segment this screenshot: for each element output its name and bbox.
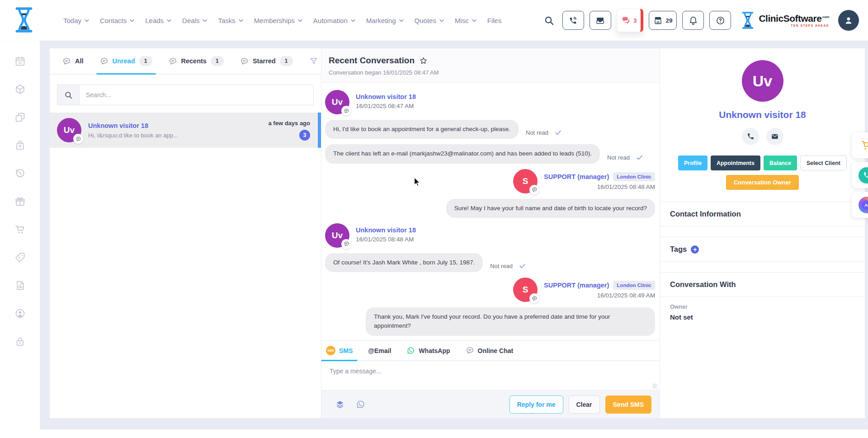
phone-calls-button[interactable] [562, 11, 584, 30]
channel-sms[interactable]: SMSSMS [326, 341, 353, 360]
bubble-row: Sure! May I have your full name and date… [325, 199, 655, 218]
chat-button[interactable]: 3 [617, 9, 644, 32]
help-icon [716, 16, 725, 25]
select-client-button[interactable]: Select Client [800, 155, 847, 170]
message-input[interactable] [329, 367, 654, 386]
ai-widget-button[interactable]: AI [852, 192, 868, 218]
history-icon[interactable] [14, 168, 26, 179]
nav-item-contacts[interactable]: Contacts [100, 17, 134, 24]
call-contact-button[interactable] [742, 128, 759, 145]
chevron-down-icon [351, 19, 355, 22]
nav-item-memberships[interactable]: Memberships [254, 17, 302, 24]
reply-for-me-button[interactable]: Reply for me [509, 396, 563, 414]
tag-icon[interactable]: $ [14, 252, 26, 263]
call-widget-button[interactable] [852, 162, 868, 188]
nav-item-files[interactable]: Files [487, 17, 502, 24]
notifications-button[interactable] [682, 11, 704, 30]
tab-all[interactable]: All [62, 48, 84, 74]
message-bubble: Sure! May I have your full name and date… [446, 199, 655, 218]
channel-label: SMS [339, 347, 353, 354]
brand-logo[interactable]: ClinicSoftware.com TEN STEPS AHEAD [740, 10, 829, 30]
svg-text:12: 12 [18, 61, 22, 65]
chat-panel: Recent Conversation Conversation began 1… [321, 48, 660, 418]
add-tag-button[interactable]: + [691, 245, 699, 254]
avatar: Uv [325, 90, 349, 114]
filter-icon[interactable] [309, 57, 318, 66]
channel-online-chat[interactable]: Online Chat [466, 341, 514, 360]
user-avatar[interactable] [838, 10, 859, 31]
clinic-software-app: TodayContactsLeadsDealsTasksMembershipsA… [0, 0, 868, 438]
bag-icon[interactable] [14, 140, 26, 151]
message-header: UvUnknown visitor 1816/01/2025 08:47 AM [325, 90, 655, 114]
hourglass-logo-icon[interactable] [13, 6, 35, 33]
gift-icon[interactable] [14, 196, 26, 207]
clear-button[interactable]: Clear [569, 396, 600, 414]
sender-name[interactable]: SUPPORT (manager) [544, 282, 609, 289]
compose-actions: Reply for meClearSend SMS [509, 396, 651, 414]
message-bubble: The client has left an e-mail (markjashw… [325, 144, 600, 163]
profile-button[interactable]: Profile [678, 155, 708, 170]
send-sms-button[interactable]: Send SMS [605, 396, 651, 414]
nav-item-marketing[interactable]: Marketing [366, 17, 404, 24]
sender-name[interactable]: Unknown visitor 18 [356, 93, 416, 100]
resize-handle[interactable] [652, 384, 657, 389]
avatar: S [513, 278, 538, 302]
lock-icon[interactable] [14, 336, 26, 347]
contact-name[interactable]: Unknown visitor 18 [667, 109, 858, 120]
store-button[interactable]: 29 [649, 11, 677, 30]
sender-name[interactable]: SUPPORT (manager) [544, 173, 609, 180]
channel-whatsapp[interactable]: WhatsApp [406, 341, 450, 360]
templates-icon[interactable] [335, 400, 345, 410]
search-input[interactable] [79, 85, 314, 105]
inbox-button[interactable] [590, 11, 611, 30]
message-group: SSUPPORT (manager)London Clinic16/01/202… [325, 278, 655, 336]
chat-bubbles-icon [621, 16, 631, 25]
cart-icon[interactable] [14, 224, 26, 235]
bell-icon [689, 16, 698, 25]
balance-button[interactable]: Balance [764, 155, 797, 170]
envelope-icon [771, 132, 779, 141]
account-icon[interactable] [14, 308, 26, 319]
nav-item-today[interactable]: Today [63, 17, 89, 24]
tab-starred[interactable]: Starred1 [240, 48, 293, 74]
calendar-icon[interactable]: 12 [14, 56, 26, 67]
email-contact-button[interactable] [766, 128, 783, 145]
nav-item-quotes[interactable]: Quotes [415, 17, 444, 24]
message-header: SSUPPORT (manager)London Clinic16/01/202… [325, 278, 655, 302]
whatsapp-icon[interactable] [356, 400, 365, 409]
owner-value: Not set [670, 313, 855, 321]
appointments-button[interactable]: Appointments [711, 155, 760, 170]
channel-email[interactable]: @Email [368, 341, 391, 360]
nav-item-tasks[interactable]: Tasks [218, 17, 243, 24]
nav-item-deals[interactable]: Deals [182, 17, 207, 24]
conversation-owner-button[interactable]: Conversation Owner [726, 175, 799, 190]
status-text: Not read [607, 154, 630, 161]
cart-widget-button[interactable] [852, 132, 868, 158]
sender-block: SUPPORT (manager)London Clinic16/01/2025… [544, 169, 655, 193]
copy-icon[interactable] [14, 112, 26, 123]
section-contact-information: Contact Information [660, 202, 865, 226]
conversation-list-item[interactable]: Uv Unknown visitor 18 Hi, I&rsquo;d like… [50, 113, 321, 148]
nav-item-misc[interactable]: Misc [455, 17, 476, 24]
conversation-tabs: AllUnread1Recents1Starred1 [50, 48, 321, 75]
nav-item-automation[interactable]: Automation [313, 17, 355, 24]
avatar: Uv [742, 60, 783, 102]
sender-name[interactable]: Unknown visitor 18 [356, 226, 416, 234]
nav-item-leads[interactable]: Leads [145, 17, 171, 24]
main-nav: TodayContactsLeadsDealsTasksMembershipsA… [63, 0, 501, 41]
side-bar: 12$ [0, 41, 40, 438]
report-icon[interactable] [14, 280, 26, 291]
cube-icon[interactable] [14, 84, 26, 95]
owner-label: Owner [670, 304, 855, 310]
check-icon [519, 262, 526, 270]
star-icon[interactable] [419, 57, 428, 65]
sms-icon: SMS [326, 346, 335, 355]
nav-label: Deals [182, 17, 199, 24]
message-time: 16/01/2025 08:48 AM [544, 184, 655, 190]
tab-unread[interactable]: Unread1 [100, 48, 152, 74]
message-group: SSUPPORT (manager)London Clinic16/01/202… [325, 169, 655, 218]
search-icon[interactable] [544, 15, 554, 26]
help-button[interactable] [709, 11, 731, 30]
tab-recents[interactable]: Recents1 [169, 48, 224, 74]
search-row [57, 85, 314, 105]
